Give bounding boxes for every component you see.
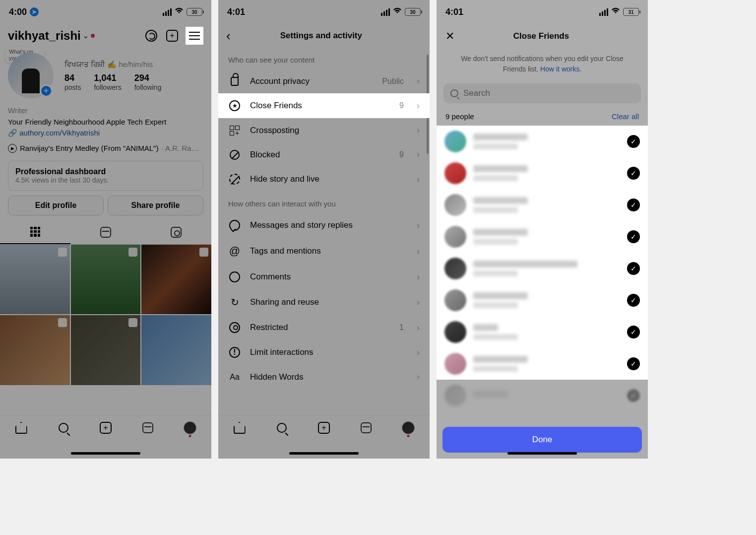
tab-home[interactable] xyxy=(233,421,246,434)
friend-username xyxy=(473,143,518,149)
people-count: 9 people xyxy=(445,112,474,121)
row-comments[interactable]: Comments › xyxy=(218,265,430,289)
friend-row[interactable]: ✓ xyxy=(437,316,648,348)
chevron-down-icon: ⌄ xyxy=(83,32,89,40)
back-button[interactable]: ‹ xyxy=(226,28,231,44)
chevron-right-icon: › xyxy=(417,174,420,185)
dashboard-sub: 4.5K views in the last 30 days. xyxy=(15,176,196,184)
home-icon xyxy=(15,422,27,434)
row-account-privacy[interactable]: Account privacy Public › xyxy=(218,69,430,93)
restricted-icon xyxy=(229,322,240,333)
friend-row[interactable]: ✓ xyxy=(437,126,648,157)
stat-following[interactable]: 294 following xyxy=(134,73,161,91)
tab-reels[interactable] xyxy=(70,220,141,244)
profile-music[interactable]: ▶ Ranvijay's Entry Medley (From "ANIMAL"… xyxy=(0,141,211,156)
wifi-icon xyxy=(611,7,620,16)
profile-stats-row: What's on your playli… + ਵਿਖਯਾਤ ਰਿਸ਼ੀ ✍️… xyxy=(0,48,211,103)
tab-reels[interactable] xyxy=(360,421,373,434)
chevron-right-icon: › xyxy=(417,149,420,160)
friend-username xyxy=(473,175,518,181)
post-thumbnail[interactable] xyxy=(141,245,211,315)
avatar-container[interactable]: What's on your playli… + xyxy=(8,53,54,98)
row-limit[interactable]: ! Limit interactions › xyxy=(218,340,430,365)
create-button[interactable]: + xyxy=(165,28,180,43)
friend-name xyxy=(473,134,528,140)
check-icon[interactable]: ✓ xyxy=(627,230,640,243)
threads-button[interactable] xyxy=(144,28,159,43)
username-dropdown[interactable]: vikhyat_rishi ⌄ xyxy=(8,29,95,43)
bio-link[interactable]: authory.com/Vikhyatrishi xyxy=(19,129,100,137)
reel-badge-icon xyxy=(58,248,67,257)
post-thumbnail[interactable] xyxy=(0,315,70,385)
tab-tagged[interactable] xyxy=(141,220,211,244)
tab-home[interactable] xyxy=(15,421,28,434)
chevron-right-icon: › xyxy=(417,125,420,135)
row-crossposting[interactable]: + Crossposting › xyxy=(218,118,430,142)
tab-profile[interactable] xyxy=(184,421,196,434)
hide-icon xyxy=(229,174,240,185)
check-icon[interactable]: ✓ xyxy=(627,326,640,338)
friend-row[interactable]: ✓ xyxy=(437,284,648,316)
home-indicator xyxy=(71,452,140,455)
section-header: Who can see your content xyxy=(218,48,430,69)
check-icon[interactable]: ✓ xyxy=(627,167,640,180)
share-profile-button[interactable]: Share profile xyxy=(108,196,203,215)
row-hidden-words[interactable]: Aa Hidden Words › xyxy=(218,365,430,389)
plus-square-icon: + xyxy=(166,30,178,42)
home-indicator xyxy=(289,452,359,455)
check-icon[interactable]: ✓ xyxy=(627,357,640,370)
check-icon[interactable]: ✓ xyxy=(627,294,640,307)
chevron-right-icon: › xyxy=(417,101,420,111)
row-sharing[interactable]: ↻ Sharing and reuse › xyxy=(218,289,430,315)
how-it-works-link[interactable]: How it works. xyxy=(540,65,581,73)
menu-button[interactable] xyxy=(186,27,203,45)
post-thumbnail[interactable] xyxy=(71,315,141,385)
friend-avatar xyxy=(444,321,466,343)
battery-icon: 30 xyxy=(405,8,421,16)
row-blocked[interactable]: Blocked 9 › xyxy=(218,142,430,167)
professional-dashboard[interactable]: Professional dashboard 4.5K views in the… xyxy=(8,161,203,191)
tab-search[interactable] xyxy=(275,421,288,434)
post-thumbnail[interactable] xyxy=(71,245,141,315)
friend-name xyxy=(473,261,577,268)
tab-search[interactable] xyxy=(57,421,70,434)
post-thumbnail[interactable] xyxy=(141,315,211,385)
check-icon[interactable]: ✓ xyxy=(627,199,640,211)
check-icon[interactable]: ✓ xyxy=(627,389,640,402)
row-messages[interactable]: Messages and story replies › xyxy=(218,213,430,238)
friend-row[interactable]: ✓ xyxy=(437,380,648,411)
tab-create[interactable]: + xyxy=(317,421,330,434)
friend-row[interactable]: ✓ xyxy=(437,189,648,221)
tab-grid[interactable] xyxy=(0,220,70,244)
check-icon[interactable]: ✓ xyxy=(627,135,640,148)
home-indicator xyxy=(507,452,577,455)
limit-icon: ! xyxy=(229,347,240,358)
search-input[interactable] xyxy=(463,88,634,98)
friend-name xyxy=(473,356,528,363)
add-story-icon[interactable]: + xyxy=(40,84,53,97)
friend-row[interactable]: ✓ xyxy=(437,157,648,189)
friend-row[interactable]: ✓ xyxy=(437,253,648,284)
tab-profile[interactable] xyxy=(402,421,415,434)
phone-close-friends: 4:01 31 ✕ Close Friends We don't send no… xyxy=(437,0,648,459)
music-title: Ranvijay's Entry Medley (From "ANIMAL") xyxy=(20,144,158,152)
tab-create[interactable]: + xyxy=(99,421,112,434)
row-restricted[interactable]: Restricted 1 › xyxy=(218,315,430,340)
row-hide-story[interactable]: Hide story and live › xyxy=(218,167,430,192)
clear-all-button[interactable]: Clear all xyxy=(612,112,639,121)
done-button[interactable]: Done xyxy=(442,427,642,453)
status-bar: 4:00 ➤ 30 xyxy=(0,0,211,24)
stat-followers[interactable]: 1,041 followers xyxy=(94,73,121,91)
friend-row[interactable]: ✓ xyxy=(437,348,648,380)
row-tags[interactable]: @ Tags and mentions › xyxy=(218,238,430,265)
check-icon[interactable]: ✓ xyxy=(627,262,640,275)
page-title: Settings and activity xyxy=(231,31,412,41)
post-thumbnail[interactable] xyxy=(0,245,70,315)
stat-posts[interactable]: 84 posts xyxy=(64,73,81,91)
friend-row[interactable]: ✓ xyxy=(437,221,648,253)
tab-reels[interactable] xyxy=(141,421,154,434)
edit-profile-button[interactable]: Edit profile xyxy=(8,196,104,215)
row-close-friends[interactable]: ★ Close Friends 9 › xyxy=(218,93,430,118)
search-box[interactable] xyxy=(443,83,641,103)
play-icon: ▶ xyxy=(8,144,17,153)
